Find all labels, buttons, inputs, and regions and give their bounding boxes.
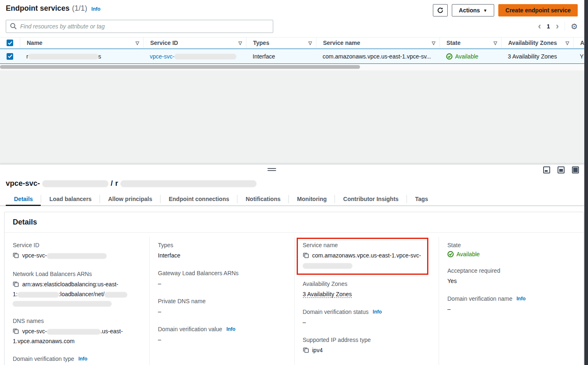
tab-tags[interactable]: Tags xyxy=(407,192,437,206)
filter-icon[interactable]: ▽ xyxy=(494,40,497,46)
actions-button[interactable]: Actions ▼ xyxy=(452,4,494,16)
current-page[interactable]: 1 xyxy=(547,23,550,30)
row-select-cell xyxy=(0,53,20,60)
column-header-service-id[interactable]: Service ID ▽ xyxy=(143,37,246,48)
search-box xyxy=(6,20,273,33)
value-fragment: vpce-svc- xyxy=(22,328,47,335)
column-label-acceptance: A xyxy=(580,40,584,46)
tab-contributor-insights[interactable]: Contributor Insights xyxy=(335,192,407,206)
table-row[interactable]: rs vpce-svc- Interface com.amazonaws.vpc… xyxy=(0,49,584,64)
column-header-state[interactable]: State ▽ xyxy=(439,37,501,48)
filter-icon[interactable]: ▽ xyxy=(566,40,569,46)
filter-icon[interactable]: ▽ xyxy=(432,40,435,46)
panel-size-small-icon[interactable] xyxy=(543,166,550,173)
details-column-3: Service name com.amazonaws.vpce.us-east-… xyxy=(294,237,439,365)
cell-availability-zones: 3 Availability Zones xyxy=(501,53,573,60)
info-link[interactable]: Info xyxy=(373,309,382,315)
field-service-id: Service ID vpce-svc- xyxy=(13,242,141,261)
empty-value: – xyxy=(303,318,431,327)
caret-down-icon: ▼ xyxy=(483,8,487,13)
field-types: Types Interface xyxy=(158,242,286,260)
select-all-cell xyxy=(0,37,20,48)
tab-monitoring[interactable]: Monitoring xyxy=(289,192,335,206)
header-info-link[interactable]: Info xyxy=(91,6,100,12)
details-column-1: Service ID vpce-svc- Network Load Balanc… xyxy=(5,237,149,365)
copy-icon[interactable] xyxy=(303,346,309,356)
tab-details[interactable]: Details xyxy=(6,192,41,206)
select-all-checkbox[interactable] xyxy=(7,40,13,46)
field-availability-zones: Availability Zones 3 Availability Zones xyxy=(303,281,431,299)
tab-allow-principals[interactable]: Allow principals xyxy=(100,192,160,206)
panel-title: vpce-svc- / r xyxy=(0,178,588,192)
info-link[interactable]: Info xyxy=(226,326,235,332)
prev-page-button[interactable]: ‹ xyxy=(538,22,541,30)
redacted-text xyxy=(42,180,108,187)
service-id-link[interactable]: vpce-svc- xyxy=(150,53,236,60)
field-label: Gateway Load Balancers ARNs xyxy=(158,270,286,276)
value-fragment: com.amazonaws.vpce.us-east-1.vpce-svc- xyxy=(312,251,421,260)
panel-size-controls xyxy=(543,166,579,173)
redacted-text xyxy=(47,253,107,259)
field-glb-arns: Gateway Load Balancers ARNs – xyxy=(158,270,286,288)
value-fragment: vpce-svc- xyxy=(22,252,47,259)
service-name-highlight-box: Service name com.amazonaws.vpce.us-east-… xyxy=(297,238,429,275)
tab-load-balancers[interactable]: Load balancers xyxy=(41,192,100,206)
search-input[interactable] xyxy=(6,20,273,33)
horizontal-scrollbar xyxy=(0,64,584,70)
field-label: Service ID xyxy=(13,242,141,248)
preferences-gear-icon[interactable]: ⚙ xyxy=(571,22,578,31)
panel-drag-handle[interactable] xyxy=(267,168,276,172)
empty-value: – xyxy=(158,335,286,344)
empty-value: – xyxy=(158,307,286,316)
info-link[interactable]: Info xyxy=(516,296,525,302)
create-endpoint-service-button[interactable]: Create endpoint service xyxy=(498,4,578,16)
copy-icon[interactable] xyxy=(13,328,19,337)
refresh-button[interactable] xyxy=(433,4,448,16)
tab-notifications[interactable]: Notifications xyxy=(237,192,289,206)
filter-icon[interactable]: ▽ xyxy=(136,40,139,46)
copy-icon[interactable] xyxy=(303,252,309,261)
create-label: Create endpoint service xyxy=(505,7,571,14)
field-label: Private DNS name xyxy=(158,298,286,304)
tab-endpoint-connections[interactable]: Endpoint connections xyxy=(160,192,237,206)
value-fragment: 1: xyxy=(13,291,18,297)
name-fragment: r xyxy=(26,53,28,60)
value-fragment: arn:aws:elasticloadbalancing:us-east- xyxy=(22,280,118,289)
field-label: Domain verification type xyxy=(13,356,74,362)
column-header-service-name[interactable]: Service name ▽ xyxy=(316,37,439,48)
field-label: DNS names xyxy=(13,318,141,324)
refresh-icon xyxy=(437,7,444,14)
availability-zones-popover-link[interactable]: 3 Availability Zones xyxy=(303,291,352,298)
endpoint-services-list-section: Endpoint services (1/1) Info Actions ▼ C… xyxy=(0,0,584,70)
cell-service-id: vpce-svc- xyxy=(143,53,246,60)
availability-zones-popover-link[interactable]: 3 Availability Zones xyxy=(508,53,557,60)
next-page-button[interactable]: › xyxy=(556,22,559,30)
panel-size-half-icon[interactable] xyxy=(558,166,565,173)
row-checkbox[interactable] xyxy=(7,53,13,60)
filter-icon[interactable]: ▽ xyxy=(239,40,242,46)
field-acceptance-required: Acceptance required Yes xyxy=(447,267,575,285)
column-header-name[interactable]: Name ▽ xyxy=(20,37,143,48)
value-fragment: .us-east- xyxy=(100,328,123,335)
actions-label: Actions xyxy=(459,7,480,14)
copy-icon[interactable] xyxy=(13,281,19,290)
info-link[interactable]: Info xyxy=(78,356,87,362)
column-header-types[interactable]: Types ▽ xyxy=(246,37,316,48)
redacted-text xyxy=(303,263,352,269)
filter-icon[interactable]: ▽ xyxy=(309,40,312,46)
field-state: State Available xyxy=(447,242,575,257)
panel-title-fragment: r xyxy=(115,179,118,188)
field-domain-verification-status: Domain verification statusInfo – xyxy=(303,309,431,327)
column-header-availability-zones[interactable]: Availability Zones ▽ xyxy=(501,37,573,48)
field-supported-ip-type: Supported IP address type ipv4 xyxy=(303,337,431,356)
copy-icon[interactable] xyxy=(13,252,19,261)
field-label: State xyxy=(447,242,575,248)
empty-value: – xyxy=(447,304,575,314)
redacted-text xyxy=(105,292,127,297)
horizontal-scrollbar-thumb[interactable] xyxy=(0,65,360,69)
column-label-service-name: Service name xyxy=(323,40,360,46)
field-label: Domain verification name xyxy=(447,295,512,302)
panel-size-full-icon[interactable] xyxy=(572,166,579,173)
field-private-dns-name: Private DNS name – xyxy=(158,298,286,316)
cell-acceptance-partial: Y xyxy=(573,53,584,60)
